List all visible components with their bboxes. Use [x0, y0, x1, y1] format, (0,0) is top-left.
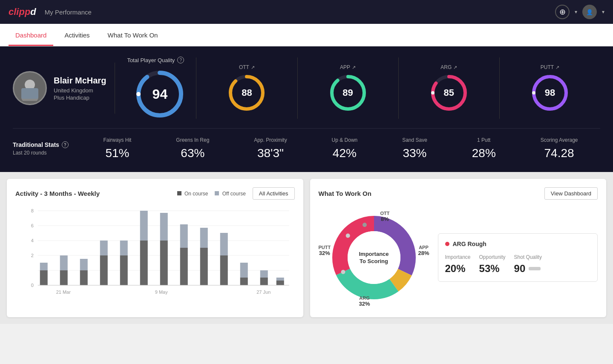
shot-quality-row: 90: [514, 263, 542, 275]
total-quality-value: 94: [153, 86, 168, 102]
app-label: APP ↗: [340, 64, 356, 70]
donut-chart-area: Importance To Scoring OTT 8% APP 28% ARG…: [319, 206, 429, 309]
tab-what-to-work-on[interactable]: What To Work On: [101, 24, 165, 46]
trad-stats-help-icon[interactable]: ?: [62, 141, 69, 148]
svg-rect-38: [140, 211, 148, 241]
svg-rect-42: [180, 224, 188, 248]
svg-rect-52: [276, 278, 284, 281]
score-card-arg: ARG ↗ 85: [399, 57, 500, 119]
arg-value: 85: [444, 87, 454, 98]
svg-rect-30: [60, 255, 68, 270]
score-cards: OTT ↗ 88 APP ↗: [196, 57, 600, 119]
header-title: My Performance: [45, 9, 555, 16]
svg-rect-29: [60, 270, 68, 285]
activity-chart-panel: Activity - 3 Months - Weekly On course O…: [7, 179, 303, 317]
label-ott: OTT 8%: [380, 211, 390, 222]
tab-activities[interactable]: Activities: [58, 24, 96, 46]
svg-point-62: [348, 231, 400, 284]
chart-controls: On course Off course All Activities: [177, 187, 295, 200]
putt-ring: 98: [531, 74, 569, 112]
all-activities-button[interactable]: All Activities: [253, 187, 295, 200]
ott-value: 88: [242, 87, 252, 98]
svg-rect-28: [40, 263, 48, 270]
stat-scoring-avg: Scoring Average 74.28: [541, 137, 578, 160]
trad-stats-values: Fairways Hit 51% Greens In Reg 63% App. …: [81, 137, 600, 160]
svg-rect-46: [220, 233, 228, 255]
user-avatar-button[interactable]: 👤: [582, 5, 597, 19]
player-name: Blair McHarg: [54, 76, 106, 86]
svg-text:6: 6: [31, 223, 34, 228]
arg-card-title: ARG Rough: [445, 241, 591, 247]
svg-rect-43: [200, 248, 208, 285]
off-course-dot: [215, 191, 219, 195]
player-avatar: [13, 71, 47, 105]
svg-rect-39: [160, 241, 168, 285]
trad-stats-title: Traditional Stats ?: [13, 141, 81, 148]
chart-title: Activity - 3 Months - Weekly: [15, 190, 100, 197]
svg-rect-40: [160, 213, 168, 241]
arg-label: ARG ↗: [440, 64, 457, 70]
tab-dashboard[interactable]: Dashboard: [9, 24, 53, 46]
stat-fairways: Fairways Hit 51%: [103, 137, 131, 160]
svg-text:9 May: 9 May: [155, 289, 168, 295]
view-dashboard-button[interactable]: View Dashboard: [544, 187, 598, 200]
header-actions: ⊕ ▾ 👤 ▾: [555, 5, 604, 19]
work-header: What To Work On View Dashboard: [319, 187, 598, 200]
svg-rect-36: [120, 241, 128, 255]
score-card-ott: OTT ↗ 88: [196, 57, 297, 119]
add-button[interactable]: ⊕: [555, 5, 570, 19]
total-quality-block: Total Player Quality ? 94: [124, 57, 187, 120]
svg-text:8: 8: [31, 208, 34, 213]
svg-text:0: 0: [31, 283, 34, 288]
svg-rect-32: [80, 259, 88, 270]
player-info-block: Blair McHarg United Kingdom Plus Handica…: [13, 71, 106, 105]
total-quality-ring: 94: [134, 69, 185, 120]
svg-rect-2: [21, 88, 38, 99]
arg-stat-opportunity: Opportunity 53%: [479, 254, 506, 275]
work-content: Importance To Scoring OTT 8% APP 28% ARG…: [319, 206, 598, 309]
svg-rect-44: [200, 228, 208, 248]
traditional-stats: Traditional Stats ? Last 20 rounds Fairw…: [13, 129, 600, 162]
work-title: What To Work On: [319, 190, 371, 197]
putt-value: 98: [545, 87, 555, 98]
trad-stats-subtitle: Last 20 rounds: [13, 150, 81, 156]
arg-stat-shot-quality: Shot Quality 90: [514, 254, 542, 275]
add-dropdown-icon: ▾: [575, 9, 577, 15]
arg-card-dot: [445, 242, 449, 246]
donut-svg: [319, 206, 429, 309]
ott-ring: 88: [227, 74, 266, 112]
label-app: APP 28%: [418, 245, 429, 256]
stat-greens: Greens In Reg 63%: [176, 137, 209, 160]
svg-text:21 Mar: 21 Mar: [56, 289, 71, 295]
svg-rect-35: [120, 255, 128, 285]
stat-one-putt: 1 Putt 28%: [472, 137, 496, 160]
score-card-putt: PUTT ↗ 98: [500, 57, 600, 119]
chart-area: 8 6 4 2 0: [15, 206, 295, 300]
svg-text:4: 4: [31, 238, 34, 243]
svg-rect-48: [240, 263, 248, 278]
svg-rect-49: [260, 278, 268, 285]
svg-rect-34: [100, 241, 108, 255]
chart-header: Activity - 3 Months - Weekly On course O…: [15, 187, 295, 200]
svg-rect-41: [180, 248, 188, 285]
svg-rect-31: [80, 270, 88, 285]
svg-text:2: 2: [31, 253, 34, 258]
quality-help-icon[interactable]: ?: [177, 57, 184, 63]
divider-player-quality: [115, 63, 115, 114]
putt-label: PUTT ↗: [541, 64, 559, 70]
logo: clippd: [9, 6, 36, 17]
tabs-bar: Dashboard Activities What To Work On: [0, 24, 613, 46]
svg-rect-33: [100, 255, 108, 285]
score-card-app: APP ↗ 89: [298, 57, 399, 119]
shot-quality-bar: [529, 267, 541, 270]
chart-legend: On course Off course: [177, 191, 246, 197]
svg-rect-27: [40, 270, 48, 285]
player-details: Blair McHarg United Kingdom Plus Handica…: [54, 76, 106, 101]
stat-proximity: App. Proximity 38'3": [254, 137, 287, 160]
legend-off-course: Off course: [215, 191, 245, 197]
svg-text:27 Jun: 27 Jun: [256, 289, 271, 295]
what-to-work-on-panel: What To Work On View Dashboard: [310, 179, 607, 317]
app-value: 89: [342, 87, 353, 98]
player-country: United Kingdom: [54, 87, 106, 94]
trad-stats-label: Traditional Stats ? Last 20 rounds: [13, 141, 81, 156]
